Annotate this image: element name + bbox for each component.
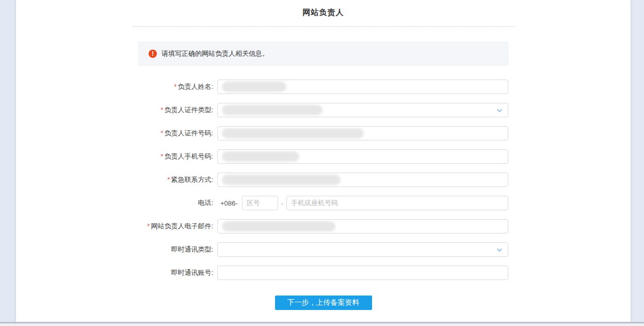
form-row-emergency-contact: *紧急联系方式: [138, 173, 508, 187]
chevron-down-icon [496, 107, 503, 114]
field-label-cert-type: *负责人证件类型: [138, 105, 217, 115]
content-column: ! 请填写正确的网站负责人相关信息。 *负责人姓名:*负责人证件类型:*负责人证… [138, 42, 508, 310]
area-code-input[interactable]: 区号 [242, 196, 278, 210]
field-label-email: *网站负责人电子邮件: [138, 222, 217, 231]
field-control-email [217, 219, 508, 234]
form-row-im-account: 即时通讯账号: [138, 266, 508, 280]
redacted-value [222, 128, 364, 138]
field-label-im-type: 即时通讯类型: [138, 245, 217, 254]
page-title: 网站负责人 [16, 0, 631, 18]
field-label-text: 负责人手机号码: [164, 152, 213, 160]
required-mark: * [167, 176, 170, 183]
chevron-down-icon [496, 247, 503, 253]
form-row-cert-number: *负责人证件号码: [138, 126, 508, 141]
cert-number-input[interactable] [217, 126, 508, 141]
area-code-placeholder: 区号 [247, 198, 260, 208]
field-label-text: 负责人证件号码: [164, 129, 213, 137]
field-label-text: 负责人证件类型: [164, 106, 213, 114]
field-control-emergency-contact [217, 173, 508, 187]
mobile-number-input[interactable] [217, 149, 508, 164]
field-label-im-account: 即时通讯账号: [138, 268, 217, 277]
field-control-im-type [217, 242, 508, 257]
content-card: 网站负责人 ! 请填写正确的网站负责人相关信息。 *负责人姓名:*负责人证件类型… [16, 0, 631, 322]
field-label-text: 紧急联系方式: [171, 176, 213, 183]
field-label-text: 网站负责人电子邮件: [151, 222, 213, 230]
field-control-im-account [217, 266, 508, 280]
cert-type-select[interactable] [217, 103, 508, 117]
field-control-person-name [217, 80, 508, 94]
field-label-emergency-contact: *紧急联系方式: [138, 175, 217, 184]
next-step-button[interactable]: 下一步，上传备案资料 [275, 296, 372, 310]
field-control-telephone: +086-区号-手机或座机号码 [217, 196, 508, 210]
email-input[interactable] [217, 219, 508, 234]
required-mark: * [174, 83, 176, 90]
form-row-telephone: 电话:+086-区号-手机或座机号码 [138, 196, 508, 210]
redacted-value [222, 221, 335, 231]
field-label-cert-number: *负责人证件号码: [138, 129, 217, 138]
field-label-text: 即时通讯类型: [171, 245, 213, 253]
required-mark: * [160, 106, 163, 114]
phone-separator: - [278, 199, 286, 207]
form-row-email: *网站负责人电子邮件: [138, 219, 508, 234]
responsible-person-form: *负责人姓名:*负责人证件类型:*负责人证件号码:*负责人手机号码:*紧急联系方… [138, 80, 508, 280]
redacted-value [222, 82, 286, 92]
field-control-cert-number [217, 126, 508, 141]
bottom-edge [0, 322, 644, 326]
phone-country-prefix: +086- [217, 199, 242, 207]
phone-number-input[interactable]: 手机或座机号码 [286, 196, 508, 210]
dotted-separator [132, 26, 515, 27]
submit-row: 下一步，上传备案资料 [138, 296, 508, 310]
person-name-input[interactable] [217, 80, 508, 94]
field-label-telephone: 电话: [138, 198, 217, 208]
field-control-cert-type [217, 103, 508, 117]
required-mark: * [160, 152, 163, 160]
required-mark: * [147, 222, 150, 230]
field-label-person-name: *负责人姓名: [138, 82, 217, 91]
form-row-cert-type: *负责人证件类型: [138, 103, 508, 117]
redacted-value [222, 105, 323, 115]
redacted-value [222, 151, 299, 162]
im-account-input[interactable] [217, 266, 508, 280]
phone-number-placeholder: 手机或座机号码 [291, 198, 338, 208]
field-label-mobile-number: *负责人手机号码: [138, 152, 217, 161]
notice-text: 请填写正确的网站负责人相关信息。 [162, 49, 269, 58]
warning-icon: ! [149, 50, 157, 58]
form-row-im-type: 即时通讯类型: [138, 242, 508, 257]
field-label-text: 即时通讯账号: [171, 269, 213, 276]
form-row-mobile-number: *负责人手机号码: [138, 149, 508, 164]
field-label-text: 电话: [198, 199, 213, 207]
notice-banner: ! 请填写正确的网站负责人相关信息。 [138, 42, 508, 66]
im-type-select[interactable] [217, 242, 508, 257]
field-control-mobile-number [217, 149, 508, 164]
form-row-person-name: *负责人姓名: [138, 80, 508, 94]
redacted-value [222, 175, 341, 185]
emergency-contact-input[interactable] [217, 173, 508, 187]
page-background: 网站负责人 ! 请填写正确的网站负责人相关信息。 *负责人姓名:*负责人证件类型… [0, 0, 644, 326]
required-mark: * [160, 129, 163, 137]
field-label-text: 负责人姓名: [178, 83, 213, 90]
